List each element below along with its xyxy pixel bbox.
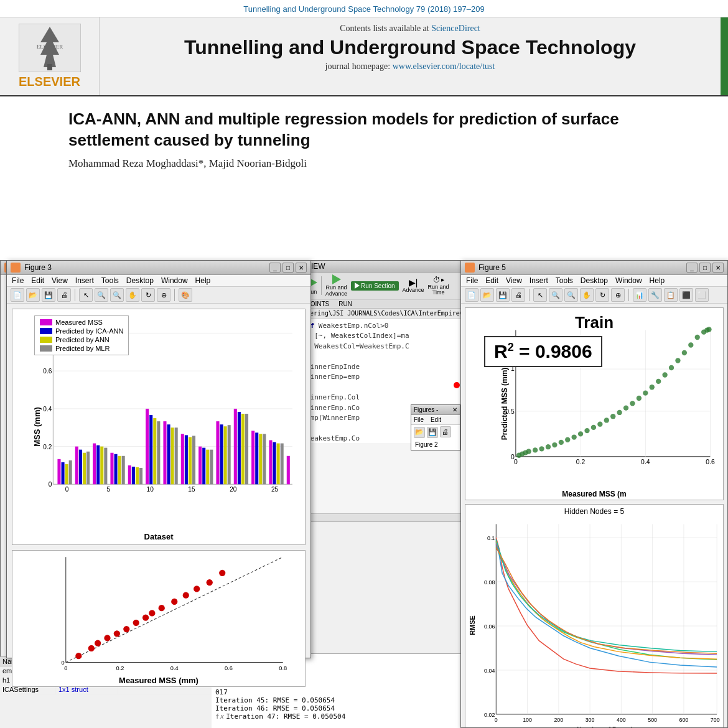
- figures-menu-edit[interactable]: Edit: [431, 416, 441, 423]
- svg-text:0: 0: [65, 486, 69, 493]
- figure2-label: Figure 2: [415, 441, 438, 448]
- f5-tb-new[interactable]: 📄: [465, 288, 478, 302]
- fig5-close[interactable]: ✕: [712, 263, 724, 273]
- svg-rect-58: [224, 426, 227, 484]
- code-line-5: WinnerEmpInde: [306, 362, 465, 373]
- f5-tb-zoom[interactable]: 🔍: [549, 288, 562, 302]
- fig5-menu-edit[interactable]: Edit: [485, 276, 498, 285]
- svg-rect-30: [100, 447, 103, 485]
- svg-point-96: [219, 570, 225, 576]
- svg-text:5: 5: [107, 486, 111, 493]
- tb-open[interactable]: 📂: [26, 288, 40, 302]
- fig-panel-btn1[interactable]: 📂: [414, 427, 425, 438]
- svg-rect-22: [65, 464, 68, 484]
- fig3-menu-edit[interactable]: Edit: [31, 276, 44, 285]
- fig5-menu-insert[interactable]: Insert: [530, 276, 548, 285]
- fig5-menu-view[interactable]: View: [506, 276, 522, 285]
- f5-tb-print[interactable]: 🖨: [511, 288, 525, 302]
- f5-tb-open[interactable]: 📂: [480, 288, 494, 302]
- svg-text:400: 400: [617, 717, 626, 723]
- run-section-button[interactable]: Run Section: [351, 281, 398, 291]
- legend-measured-label: Measured MSS: [55, 319, 103, 326]
- f5-tb-zoom2[interactable]: 🔍: [564, 288, 578, 302]
- figure3-titlebar: Figure 3 _ □ ✕: [7, 261, 310, 275]
- svg-rect-52: [198, 447, 202, 485]
- tb-zoom-out[interactable]: 🔍: [110, 288, 124, 302]
- f5-tb-extra4[interactable]: ⬜: [695, 288, 709, 302]
- run-and-advance-button[interactable]: Run andAdvance: [325, 274, 347, 297]
- tb-cursor[interactable]: ↖: [79, 288, 93, 302]
- run-and-time-button[interactable]: ⏱▶ Run andTime: [428, 276, 449, 297]
- code-line-7: [306, 383, 465, 393]
- homepage-link[interactable]: www.elsevier.com/locate/tust: [393, 62, 495, 71]
- svg-rect-39: [139, 468, 142, 484]
- tb-pan[interactable]: ✋: [126, 288, 139, 302]
- f5-tb-pan[interactable]: ✋: [580, 288, 594, 302]
- f5-tb-cursor[interactable]: ↖: [533, 288, 547, 302]
- tb-data[interactable]: ⊕: [157, 288, 170, 302]
- fig-panel-btn3[interactable]: 🖨: [440, 426, 451, 437]
- fig5-menu-help[interactable]: Help: [650, 276, 665, 285]
- figures-panel-close[interactable]: ✕: [452, 406, 457, 413]
- svg-point-92: [171, 599, 177, 605]
- figures-menu-file[interactable]: File: [414, 416, 424, 423]
- sciencedirect-link[interactable]: ScienceDirect: [431, 24, 480, 33]
- fig5-menu-desktop[interactable]: Desktop: [581, 276, 608, 285]
- fig3-menu-desktop[interactable]: Desktop: [126, 276, 154, 285]
- f5-tb-color[interactable]: 📊: [633, 288, 646, 302]
- fig5-menu-window[interactable]: Window: [615, 276, 642, 285]
- f5-tb-extra2[interactable]: 📋: [664, 288, 678, 302]
- run-section-label: Run Section: [361, 282, 394, 289]
- svg-text:RMSE: RMSE: [469, 615, 476, 635]
- tb-save[interactable]: 💾: [42, 288, 55, 302]
- fig3-menu-file[interactable]: File: [12, 276, 24, 285]
- fig3-minimize[interactable]: _: [269, 263, 281, 273]
- f5-tb-extra3[interactable]: ⬛: [679, 288, 693, 302]
- fig3-menu-window[interactable]: Window: [161, 276, 188, 285]
- tb-new[interactable]: 📄: [11, 288, 24, 302]
- fig3-maximize[interactable]: □: [282, 263, 294, 273]
- svg-rect-61: [238, 412, 241, 484]
- legend-mlr: Predicted by MLR: [40, 345, 123, 352]
- svg-point-121: [571, 434, 576, 439]
- fig5-maximize[interactable]: □: [699, 263, 711, 273]
- svg-rect-34: [118, 456, 121, 485]
- svg-text:0.2: 0.2: [576, 459, 586, 465]
- advance-button[interactable]: ▶| Advance: [403, 278, 424, 293]
- fig3-menu-insert[interactable]: Insert: [75, 276, 94, 285]
- f5-tb-save[interactable]: 💾: [496, 288, 510, 302]
- fig5-win-controls[interactable]: _ □ ✕: [686, 263, 724, 273]
- svg-point-128: [617, 410, 622, 415]
- fig5-menu-tools[interactable]: Tools: [556, 276, 573, 285]
- fig5-menu-file[interactable]: File: [466, 276, 478, 285]
- f5-tb-extra[interactable]: 🔧: [648, 288, 662, 302]
- elsevier-logo: ELSEVIER ELSEVIER: [0, 17, 100, 95]
- f5-tb-rotate[interactable]: ↻: [595, 288, 609, 302]
- figure2-item[interactable]: Figure 2: [411, 439, 460, 450]
- tb-rotate[interactable]: ↻: [141, 288, 155, 302]
- legend-measured-color: [40, 319, 52, 325]
- fig3-menu-view[interactable]: View: [52, 276, 68, 285]
- f5-tb-data[interactable]: ⊕: [611, 288, 625, 302]
- rmse-chart-svg: 0.02 0.04 0.06 0.08 0.1 0 100 200 300 40…: [465, 505, 723, 728]
- fig-panel-btn2[interactable]: 💾: [427, 427, 438, 438]
- fig3-menu-help[interactable]: Help: [195, 276, 211, 285]
- svg-text:10: 10: [147, 486, 154, 493]
- editor-scrollbar-h[interactable]: [302, 513, 469, 521]
- legend-ann-label: Predicted by ANN: [55, 336, 110, 343]
- svg-rect-35: [122, 456, 125, 485]
- journal-top-link[interactable]: Tunnelling and Underground Space Technol…: [0, 0, 728, 17]
- tb-print[interactable]: 🖨: [57, 288, 71, 302]
- tb-zoom-in[interactable]: 🔍: [95, 288, 108, 302]
- figure3-menubar: File Edit View Insert Tools Desktop Wind…: [7, 275, 310, 287]
- figures-panel: Figures - ✕ File Edit 📂 💾 🖨 Figure 2: [411, 404, 460, 450]
- fig3-close[interactable]: ✕: [296, 263, 307, 273]
- svg-point-95: [207, 579, 213, 586]
- tb-color[interactable]: 🎨: [179, 288, 192, 302]
- code-line-4: [306, 352, 465, 362]
- svg-rect-20: [57, 459, 60, 484]
- fig5-minimize[interactable]: _: [686, 263, 698, 273]
- fig3-win-controls[interactable]: _ □ ✕: [269, 263, 307, 273]
- code-line-6: WinnerEmp=emp: [306, 372, 465, 383]
- fig3-menu-tools[interactable]: Tools: [101, 276, 119, 285]
